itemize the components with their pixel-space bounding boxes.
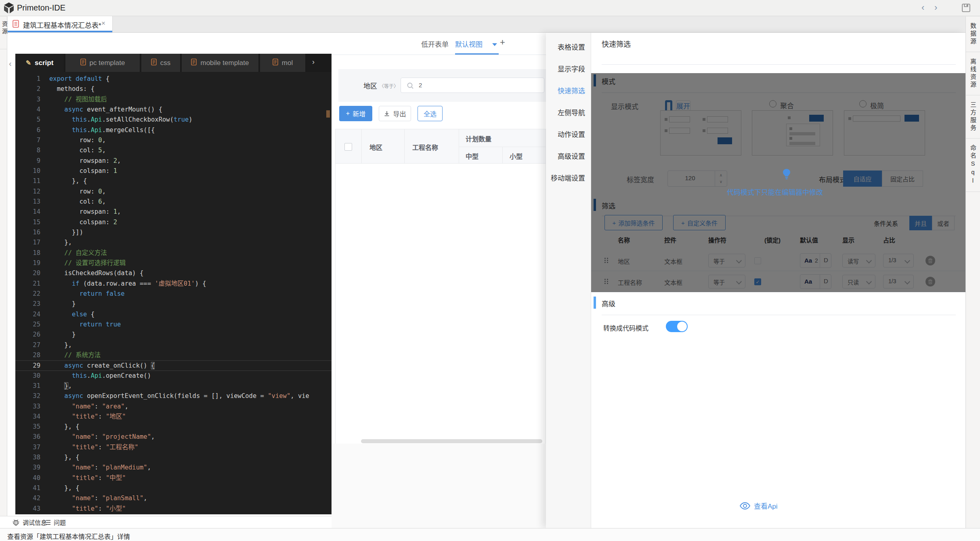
editor-tab-css[interactable]: css	[141, 54, 180, 72]
chevron-down-icon[interactable]	[492, 43, 497, 48]
code-line-3[interactable]: 3 // 视图加载后	[15, 95, 332, 105]
code-area[interactable]: 1export default {2 methods: {3 // 视图加载后4…	[15, 72, 332, 514]
code-line-1[interactable]: 1export default {	[15, 74, 332, 84]
tab-low-code-form[interactable]: 低开表单	[421, 39, 449, 49]
form-preview-panel: 低开表单 默认视图 + 地区 〈等于〉 2 +新增 导出 全选	[332, 33, 546, 528]
code-line-12[interactable]: 12 row: 0,	[15, 187, 332, 197]
code-line-2[interactable]: 2 methods: {	[15, 84, 332, 94]
view-api-link[interactable]: 查看Api	[740, 501, 778, 511]
file-icon	[273, 59, 278, 67]
code-editor[interactable]: ✎scriptpc templatecssmobile templatemol …	[15, 54, 332, 514]
code-line-25[interactable]: 25 return true	[15, 320, 332, 330]
code-line-29[interactable]: 29 async create_onClick() {	[15, 360, 332, 370]
editor-tabs-scroll-left-icon[interactable]: ‹	[9, 59, 12, 68]
code-line-14[interactable]: 14 rowspan: 1,	[15, 207, 332, 217]
document-tabstrip: 建筑工程基本情况汇总表* ×	[0, 16, 980, 33]
tab-default-view[interactable]: 默认视图	[455, 39, 483, 49]
settings-content: 快速筛选 模式 显示模式 展开聚合极简	[591, 33, 965, 528]
code-line-43[interactable]: 43 "title": "小型"	[15, 504, 332, 514]
settings-menu-item-动作设置[interactable]: 动作设置	[546, 124, 591, 146]
add-record-button[interactable]: +新增	[339, 106, 372, 121]
code-line-40[interactable]: 40 "title": "中型"	[15, 473, 332, 483]
section-title-advanced: 高级	[602, 298, 615, 308]
code-line-20[interactable]: 20 isCheckedRows(data) {	[15, 268, 332, 278]
plus-icon: +	[346, 110, 350, 117]
code-line-34[interactable]: 34 "title": "地区"	[15, 412, 332, 422]
code-line-39[interactable]: 39 "name": "planMedium",	[15, 463, 332, 473]
save-icon[interactable]	[961, 3, 971, 15]
export-button[interactable]: 导出	[379, 106, 411, 121]
code-line-6[interactable]: 6 this.Api.mergeCells([{	[15, 125, 332, 135]
panel-background	[332, 444, 546, 528]
settings-drawer: 表格设置显示字段快速筛选左侧导航动作设置高级设置移动端设置 快速筛选 模式 显示…	[546, 33, 965, 528]
code-line-9[interactable]: 9 rowspan: 2,	[15, 156, 332, 166]
right-rail-item-命名Sql[interactable]: 命名Sql	[966, 139, 980, 192]
code-line-18[interactable]: 18 // 自定义方法	[15, 248, 332, 258]
code-line-7[interactable]: 7 row: 0,	[15, 135, 332, 145]
settings-menu-item-移动端设置[interactable]: 移动端设置	[546, 168, 591, 189]
code-line-35[interactable]: 35 }, {	[15, 422, 332, 432]
right-rail-item-离线资源[interactable]: 离线资源	[966, 52, 980, 95]
code-line-32[interactable]: 32 async openExportEvent_onClick(fields …	[15, 391, 332, 401]
code-line-8[interactable]: 8 col: 5,	[15, 145, 332, 156]
horizontal-scrollbar[interactable]	[361, 439, 542, 443]
right-rail-item-三方服务[interactable]: 三方服务	[966, 95, 980, 139]
code-line-33[interactable]: 33 "name": "area",	[15, 402, 332, 412]
document-icon	[13, 20, 19, 29]
code-line-4[interactable]: 4 async event_afterMount() {	[15, 105, 332, 115]
add-view-button[interactable]: +	[500, 37, 505, 48]
eye-icon	[740, 502, 750, 509]
code-line-30[interactable]: 30 this.Api.openCreate()	[15, 371, 332, 381]
code-mode-hint: 代码模式下只能在编辑器中修改	[727, 187, 823, 197]
search-input[interactable]: 2	[401, 78, 544, 93]
editor-scrollbar-marker[interactable]	[326, 110, 330, 118]
select-all-button[interactable]: 全选	[418, 106, 443, 121]
editor-tab-mobile-template[interactable]: mobile template	[182, 54, 258, 72]
code-line-10[interactable]: 10 colspan: 1	[15, 166, 332, 176]
code-line-27[interactable]: 27 },	[15, 340, 332, 350]
file-icon	[191, 59, 197, 67]
code-line-19[interactable]: 19 // 设置可选择行逻辑	[15, 258, 332, 268]
code-line-28[interactable]: 28 // 系统方法	[15, 350, 332, 360]
editor-tabs-scroll-right-icon[interactable]: ›	[312, 58, 315, 66]
filter-operator-label[interactable]: 〈等于〉	[379, 82, 399, 89]
code-line-38[interactable]: 38 }, {	[15, 453, 332, 463]
data-table-body	[335, 129, 546, 471]
code-line-11[interactable]: 11 }, {	[15, 176, 332, 186]
settings-menu-item-表格设置[interactable]: 表格设置	[546, 37, 591, 59]
code-line-36[interactable]: 36 "name": "projectName",	[15, 432, 332, 442]
code-line-15[interactable]: 15 colspan: 2	[15, 217, 332, 227]
code-line-16[interactable]: 16 }])	[15, 227, 332, 238]
editor-tab-mol[interactable]: mol	[260, 54, 305, 72]
nav-back-icon[interactable]: ‹	[921, 2, 924, 13]
title-bar: Primeton-IDE ‹ ›	[0, 0, 980, 16]
code-line-26[interactable]: 26 }	[15, 330, 332, 340]
settings-menu-item-左侧导航[interactable]: 左侧导航	[546, 102, 591, 124]
code-line-23[interactable]: 23 }	[15, 299, 332, 309]
code-line-24[interactable]: 24 else {	[15, 309, 332, 320]
code-line-13[interactable]: 13 col: 6,	[15, 197, 332, 207]
editor-tab-script[interactable]: ✎script	[15, 54, 64, 72]
right-rail-item-数据源[interactable]: 数据源	[966, 17, 980, 52]
doc-tab[interactable]: 建筑工程基本情况汇总表* ×	[8, 16, 113, 32]
code-line-17[interactable]: 17 },	[15, 238, 332, 248]
code-line-37[interactable]: 37 "title": "工程名称"	[15, 442, 332, 453]
code-mode-switch[interactable]	[666, 321, 688, 332]
settings-menu-item-高级设置[interactable]: 高级设置	[546, 146, 591, 168]
right-rail: 数据源离线资源三方服务命名Sql	[965, 17, 980, 541]
resources-rail-item[interactable]: 资源	[0, 21, 7, 36]
code-line-31[interactable]: 31 },	[15, 381, 332, 391]
app-logo-icon	[3, 2, 15, 16]
nav-forward-icon[interactable]: ›	[934, 2, 937, 13]
code-line-42[interactable]: 42 "name": "planSmall",	[15, 493, 332, 503]
code-line-21[interactable]: 21 if (data.row.area === '虚拟地区01') {	[15, 279, 332, 289]
code-line-41[interactable]: 41 }, {	[15, 483, 332, 493]
settings-menu-item-快速筛选[interactable]: 快速筛选	[546, 80, 591, 102]
settings-menu-item-显示字段[interactable]: 显示字段	[546, 59, 591, 80]
problems-tab[interactable]: 问题	[44, 518, 66, 526]
editor-tab-pc-template[interactable]: pc template	[65, 54, 140, 72]
code-line-5[interactable]: 5 this.Api.setAllCheckboxRow(true)	[15, 115, 332, 125]
code-line-22[interactable]: 22 return false	[15, 289, 332, 299]
close-icon[interactable]: ×	[101, 19, 105, 27]
debug-info-tab[interactable]: 调试信息	[12, 518, 47, 526]
